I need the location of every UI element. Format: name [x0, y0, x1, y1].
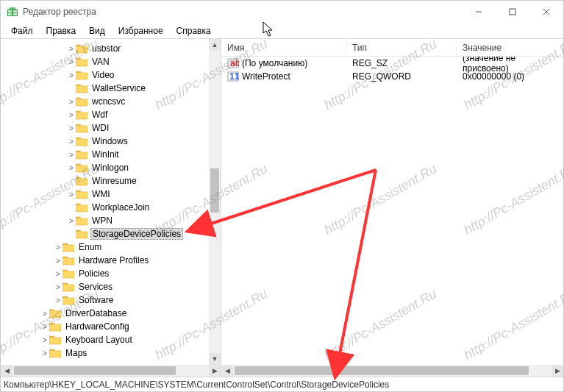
- expand-icon[interactable]: >: [67, 190, 76, 199]
- folder-icon: [49, 348, 61, 358]
- tree-item[interactable]: >DriverDatabase: [1, 307, 221, 320]
- tree-item[interactable]: >WMI: [1, 188, 221, 201]
- minimize-button[interactable]: [462, 1, 496, 23]
- list-header: Имя Тип Значение: [221, 39, 563, 57]
- tree-item[interactable]: >Windows: [1, 135, 221, 148]
- tree-vertical-scrollbar[interactable]: ▲ ▼: [209, 39, 221, 365]
- expand-icon[interactable]: >: [54, 257, 63, 265]
- menu-help[interactable]: Справка: [171, 24, 217, 38]
- tree-item[interactable]: >Hardware Profiles: [1, 254, 221, 267]
- expand-icon[interactable]: >: [40, 336, 49, 344]
- close-button[interactable]: [529, 1, 563, 23]
- scroll-down-icon[interactable]: ▼: [209, 353, 221, 365]
- expand-icon[interactable]: >: [67, 58, 76, 66]
- binary-value-icon: 110: [227, 71, 239, 82]
- expand-icon[interactable]: >: [67, 138, 76, 146]
- menu-favorites[interactable]: Избранное: [113, 24, 169, 38]
- svg-rect-3: [8, 13, 12, 15]
- tree-item[interactable]: >Policies: [1, 267, 221, 280]
- tree-item-label: VAN: [90, 57, 111, 67]
- column-header-value[interactable]: Значение: [457, 40, 563, 56]
- expand-icon[interactable]: >: [67, 217, 76, 225]
- scroll-up-icon[interactable]: ▲: [209, 39, 221, 51]
- folder-icon: [76, 163, 88, 173]
- list-horizontal-scrollbar[interactable]: ◀ ▶: [221, 365, 563, 377]
- expand-icon[interactable]: >: [54, 283, 63, 291]
- folder-icon: [76, 229, 88, 239]
- svg-text:ab: ab: [230, 58, 239, 68]
- regedit-icon: [7, 6, 18, 18]
- tree[interactable]: >usbstor>VAN>VideoWalletService>wcncsvc>…: [1, 39, 221, 363]
- tree-item[interactable]: >usbstor: [1, 42, 221, 55]
- tree-item-label: DriverDatabase: [64, 308, 128, 318]
- folder-icon: [63, 295, 74, 305]
- expand-icon[interactable]: >: [54, 243, 63, 252]
- expand-icon[interactable]: >: [67, 151, 76, 159]
- scroll-left-icon[interactable]: ◀: [221, 365, 233, 377]
- list-body[interactable]: ab(По умолчанию)REG_SZ(значение не присв…: [221, 57, 563, 365]
- tree-item[interactable]: >Maps: [1, 346, 221, 360]
- expand-icon[interactable]: >: [67, 71, 76, 79]
- expand-icon[interactable]: >: [40, 310, 49, 318]
- tree-item-label: Maps: [64, 348, 88, 358]
- svg-marker-41: [63, 243, 68, 245]
- menu-view[interactable]: Вид: [83, 24, 111, 38]
- expand-icon[interactable]: >: [67, 111, 76, 119]
- folder-icon: [76, 57, 88, 67]
- folder-icon: [76, 149, 88, 160]
- svg-marker-29: [76, 164, 82, 165]
- tree-item[interactable]: Winresume: [1, 174, 221, 188]
- tree-horizontal-scrollbar[interactable]: ◀ ▶: [1, 365, 221, 377]
- folder-icon: [49, 321, 61, 332]
- scroll-left-icon[interactable]: ◀: [1, 365, 13, 377]
- titlebar: Редактор реестра: [1, 1, 563, 23]
- expand-icon[interactable]: >: [54, 270, 63, 278]
- tree-item[interactable]: >VAN: [1, 55, 221, 68]
- tree-item[interactable]: >wcncsvc: [1, 95, 221, 108]
- list-row[interactable]: 110WriteProtectREG_QWORD0x00000000 (0): [221, 70, 563, 83]
- svg-marker-21: [76, 111, 82, 113]
- expand-icon[interactable]: >: [67, 164, 76, 172]
- tree-item[interactable]: >WinInit: [1, 148, 221, 161]
- tree-item[interactable]: WalletService: [1, 82, 221, 95]
- folder-icon: [76, 43, 88, 54]
- tree-item-label: Winlogon: [90, 163, 130, 173]
- folder-icon: [76, 202, 88, 213]
- tree-item[interactable]: >Wdf: [1, 108, 221, 121]
- scroll-right-icon[interactable]: ▶: [551, 365, 563, 377]
- tree-item-label: Wdf: [90, 110, 109, 120]
- maximize-button[interactable]: [496, 1, 529, 23]
- tree-item[interactable]: >Software: [1, 293, 221, 307]
- tree-item[interactable]: WorkplaceJoin: [1, 201, 221, 214]
- expand-icon[interactable]: >: [67, 98, 76, 106]
- expand-icon[interactable]: >: [67, 45, 76, 53]
- menu-edit[interactable]: Правка: [40, 24, 82, 38]
- svg-marker-33: [76, 190, 82, 192]
- value-type: REG_QWORD: [346, 71, 457, 82]
- expand-icon[interactable]: >: [54, 296, 63, 304]
- expand-icon[interactable]: >: [67, 124, 76, 132]
- folder-icon: [63, 268, 74, 279]
- tree-item[interactable]: >HardwareConfig: [1, 320, 221, 333]
- scroll-right-icon[interactable]: ▶: [209, 365, 221, 377]
- tree-item[interactable]: >Winlogon: [1, 161, 221, 174]
- tree-item[interactable]: >WPN: [1, 214, 221, 227]
- tree-item[interactable]: >Enum: [1, 240, 221, 254]
- tree-item[interactable]: StorageDevicePolicies: [1, 227, 221, 240]
- expand-icon[interactable]: >: [40, 323, 49, 331]
- tree-item[interactable]: >Services: [1, 280, 221, 293]
- tree-item[interactable]: >Video: [1, 68, 221, 82]
- expand-icon[interactable]: >: [40, 349, 49, 357]
- column-header-name[interactable]: Имя: [221, 40, 346, 56]
- tree-item-label: StorageDevicePolicies: [90, 228, 183, 240]
- svg-marker-45: [63, 270, 68, 271]
- tree-item[interactable]: >Keyboard Layout: [1, 333, 221, 346]
- tree-item[interactable]: >WDI: [1, 121, 221, 135]
- folder-icon: [76, 189, 88, 199]
- svg-marker-11: [76, 45, 82, 46]
- column-header-type[interactable]: Тип: [346, 40, 457, 56]
- list-row[interactable]: ab(По умолчанию)REG_SZ(значение не присв…: [221, 57, 563, 70]
- menu-file[interactable]: Файл: [5, 24, 39, 38]
- svg-marker-19: [76, 98, 82, 99]
- svg-marker-53: [49, 323, 55, 324]
